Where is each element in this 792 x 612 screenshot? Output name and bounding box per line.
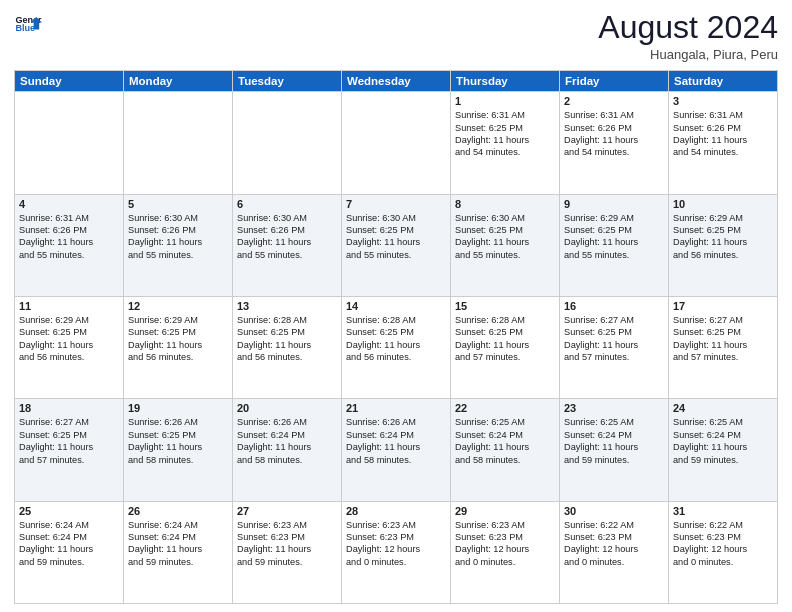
calendar-cell-4-2: 19Sunrise: 6:26 AM Sunset: 6:25 PM Dayli…	[124, 399, 233, 501]
calendar-cell-2-1: 4Sunrise: 6:31 AM Sunset: 6:26 PM Daylig…	[15, 194, 124, 296]
calendar-cell-5-2: 26Sunrise: 6:24 AM Sunset: 6:24 PM Dayli…	[124, 501, 233, 603]
logo-icon: General Blue	[14, 10, 42, 38]
day-info: Sunrise: 6:30 AM Sunset: 6:25 PM Dayligh…	[455, 212, 555, 262]
day-number: 6	[237, 198, 337, 210]
day-info: Sunrise: 6:22 AM Sunset: 6:23 PM Dayligh…	[673, 519, 773, 569]
day-info: Sunrise: 6:24 AM Sunset: 6:24 PM Dayligh…	[128, 519, 228, 569]
page-container: General Blue August 2024 Huangala, Piura…	[0, 0, 792, 612]
calendar-cell-4-6: 23Sunrise: 6:25 AM Sunset: 6:24 PM Dayli…	[560, 399, 669, 501]
day-info: Sunrise: 6:27 AM Sunset: 6:25 PM Dayligh…	[19, 416, 119, 466]
day-info: Sunrise: 6:26 AM Sunset: 6:24 PM Dayligh…	[346, 416, 446, 466]
day-number: 22	[455, 402, 555, 414]
day-info: Sunrise: 6:31 AM Sunset: 6:25 PM Dayligh…	[455, 109, 555, 159]
day-number: 11	[19, 300, 119, 312]
day-info: Sunrise: 6:27 AM Sunset: 6:25 PM Dayligh…	[564, 314, 664, 364]
calendar-cell-3-3: 13Sunrise: 6:28 AM Sunset: 6:25 PM Dayli…	[233, 296, 342, 398]
day-info: Sunrise: 6:23 AM Sunset: 6:23 PM Dayligh…	[346, 519, 446, 569]
day-number: 19	[128, 402, 228, 414]
day-info: Sunrise: 6:25 AM Sunset: 6:24 PM Dayligh…	[673, 416, 773, 466]
day-info: Sunrise: 6:30 AM Sunset: 6:26 PM Dayligh…	[237, 212, 337, 262]
calendar-cell-3-4: 14Sunrise: 6:28 AM Sunset: 6:25 PM Dayli…	[342, 296, 451, 398]
day-info: Sunrise: 6:22 AM Sunset: 6:23 PM Dayligh…	[564, 519, 664, 569]
day-info: Sunrise: 6:26 AM Sunset: 6:24 PM Dayligh…	[237, 416, 337, 466]
calendar-cell-3-6: 16Sunrise: 6:27 AM Sunset: 6:25 PM Dayli…	[560, 296, 669, 398]
calendar-cell-5-6: 30Sunrise: 6:22 AM Sunset: 6:23 PM Dayli…	[560, 501, 669, 603]
day-info: Sunrise: 6:27 AM Sunset: 6:25 PM Dayligh…	[673, 314, 773, 364]
calendar-cell-3-7: 17Sunrise: 6:27 AM Sunset: 6:25 PM Dayli…	[669, 296, 778, 398]
calendar-cell-1-1	[15, 92, 124, 194]
day-number: 29	[455, 505, 555, 517]
day-number: 2	[564, 95, 664, 107]
day-info: Sunrise: 6:31 AM Sunset: 6:26 PM Dayligh…	[564, 109, 664, 159]
weekday-header-friday: Friday	[560, 71, 669, 92]
calendar-cell-5-5: 29Sunrise: 6:23 AM Sunset: 6:23 PM Dayli…	[451, 501, 560, 603]
calendar-cell-1-5: 1Sunrise: 6:31 AM Sunset: 6:25 PM Daylig…	[451, 92, 560, 194]
calendar-table: SundayMondayTuesdayWednesdayThursdayFrid…	[14, 70, 778, 604]
day-number: 14	[346, 300, 446, 312]
day-number: 1	[455, 95, 555, 107]
location: Huangala, Piura, Peru	[598, 47, 778, 62]
day-info: Sunrise: 6:25 AM Sunset: 6:24 PM Dayligh…	[564, 416, 664, 466]
day-info: Sunrise: 6:29 AM Sunset: 6:25 PM Dayligh…	[19, 314, 119, 364]
day-number: 24	[673, 402, 773, 414]
day-info: Sunrise: 6:29 AM Sunset: 6:25 PM Dayligh…	[128, 314, 228, 364]
day-info: Sunrise: 6:26 AM Sunset: 6:25 PM Dayligh…	[128, 416, 228, 466]
day-info: Sunrise: 6:31 AM Sunset: 6:26 PM Dayligh…	[19, 212, 119, 262]
calendar-cell-4-7: 24Sunrise: 6:25 AM Sunset: 6:24 PM Dayli…	[669, 399, 778, 501]
day-number: 10	[673, 198, 773, 210]
day-number: 20	[237, 402, 337, 414]
day-number: 9	[564, 198, 664, 210]
calendar-cell-5-7: 31Sunrise: 6:22 AM Sunset: 6:23 PM Dayli…	[669, 501, 778, 603]
day-info: Sunrise: 6:29 AM Sunset: 6:25 PM Dayligh…	[564, 212, 664, 262]
day-info: Sunrise: 6:30 AM Sunset: 6:25 PM Dayligh…	[346, 212, 446, 262]
day-number: 3	[673, 95, 773, 107]
day-info: Sunrise: 6:29 AM Sunset: 6:25 PM Dayligh…	[673, 212, 773, 262]
day-info: Sunrise: 6:23 AM Sunset: 6:23 PM Dayligh…	[237, 519, 337, 569]
day-info: Sunrise: 6:28 AM Sunset: 6:25 PM Dayligh…	[237, 314, 337, 364]
calendar-cell-1-7: 3Sunrise: 6:31 AM Sunset: 6:26 PM Daylig…	[669, 92, 778, 194]
day-number: 13	[237, 300, 337, 312]
day-number: 5	[128, 198, 228, 210]
weekday-header-tuesday: Tuesday	[233, 71, 342, 92]
day-number: 12	[128, 300, 228, 312]
calendar-cell-4-3: 20Sunrise: 6:26 AM Sunset: 6:24 PM Dayli…	[233, 399, 342, 501]
day-info: Sunrise: 6:28 AM Sunset: 6:25 PM Dayligh…	[346, 314, 446, 364]
calendar-cell-2-6: 9Sunrise: 6:29 AM Sunset: 6:25 PM Daylig…	[560, 194, 669, 296]
calendar-cell-4-4: 21Sunrise: 6:26 AM Sunset: 6:24 PM Dayli…	[342, 399, 451, 501]
calendar-cell-5-3: 27Sunrise: 6:23 AM Sunset: 6:23 PM Dayli…	[233, 501, 342, 603]
day-info: Sunrise: 6:24 AM Sunset: 6:24 PM Dayligh…	[19, 519, 119, 569]
weekday-header-saturday: Saturday	[669, 71, 778, 92]
day-number: 31	[673, 505, 773, 517]
calendar-cell-5-4: 28Sunrise: 6:23 AM Sunset: 6:23 PM Dayli…	[342, 501, 451, 603]
title-block: August 2024 Huangala, Piura, Peru	[598, 10, 778, 62]
weekday-header-thursday: Thursday	[451, 71, 560, 92]
day-number: 17	[673, 300, 773, 312]
calendar-cell-2-7: 10Sunrise: 6:29 AM Sunset: 6:25 PM Dayli…	[669, 194, 778, 296]
day-number: 15	[455, 300, 555, 312]
calendar-cell-2-2: 5Sunrise: 6:30 AM Sunset: 6:26 PM Daylig…	[124, 194, 233, 296]
calendar-cell-1-2	[124, 92, 233, 194]
calendar-cell-2-5: 8Sunrise: 6:30 AM Sunset: 6:25 PM Daylig…	[451, 194, 560, 296]
calendar-cell-2-3: 6Sunrise: 6:30 AM Sunset: 6:26 PM Daylig…	[233, 194, 342, 296]
header: General Blue August 2024 Huangala, Piura…	[14, 10, 778, 62]
day-number: 26	[128, 505, 228, 517]
day-info: Sunrise: 6:30 AM Sunset: 6:26 PM Dayligh…	[128, 212, 228, 262]
calendar-cell-2-4: 7Sunrise: 6:30 AM Sunset: 6:25 PM Daylig…	[342, 194, 451, 296]
day-number: 30	[564, 505, 664, 517]
day-number: 28	[346, 505, 446, 517]
day-info: Sunrise: 6:23 AM Sunset: 6:23 PM Dayligh…	[455, 519, 555, 569]
calendar-cell-1-6: 2Sunrise: 6:31 AM Sunset: 6:26 PM Daylig…	[560, 92, 669, 194]
weekday-header-monday: Monday	[124, 71, 233, 92]
day-info: Sunrise: 6:28 AM Sunset: 6:25 PM Dayligh…	[455, 314, 555, 364]
logo: General Blue	[14, 10, 42, 38]
day-number: 21	[346, 402, 446, 414]
day-number: 25	[19, 505, 119, 517]
calendar-cell-1-4	[342, 92, 451, 194]
calendar-cell-1-3	[233, 92, 342, 194]
calendar-cell-3-2: 12Sunrise: 6:29 AM Sunset: 6:25 PM Dayli…	[124, 296, 233, 398]
calendar-cell-5-1: 25Sunrise: 6:24 AM Sunset: 6:24 PM Dayli…	[15, 501, 124, 603]
weekday-header-sunday: Sunday	[15, 71, 124, 92]
day-info: Sunrise: 6:31 AM Sunset: 6:26 PM Dayligh…	[673, 109, 773, 159]
month-title: August 2024	[598, 10, 778, 45]
day-number: 27	[237, 505, 337, 517]
